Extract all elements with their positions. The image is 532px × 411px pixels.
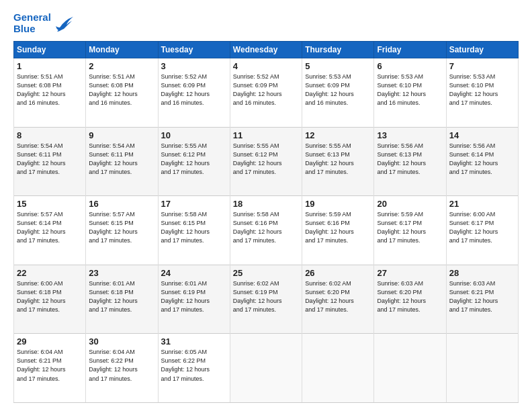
calendar-cell: 6Sunrise: 5:53 AM Sunset: 6:10 PM Daylig… bbox=[374, 58, 446, 128]
day-info: Sunrise: 6:01 AM Sunset: 6:18 PM Dayligh… bbox=[89, 279, 154, 314]
day-number: 27 bbox=[377, 268, 443, 278]
day-info: Sunrise: 5:59 AM Sunset: 6:16 PM Dayligh… bbox=[305, 210, 371, 245]
calendar-cell bbox=[302, 334, 374, 403]
day-info: Sunrise: 5:56 AM Sunset: 6:14 PM Dayligh… bbox=[449, 142, 515, 177]
calendar-cell: 14Sunrise: 5:56 AM Sunset: 6:14 PM Dayli… bbox=[446, 127, 518, 196]
day-number: 31 bbox=[161, 336, 227, 347]
day-number: 8 bbox=[17, 130, 83, 140]
day-number: 14 bbox=[449, 130, 515, 140]
calendar-cell: 7Sunrise: 5:53 AM Sunset: 6:10 PM Daylig… bbox=[446, 58, 518, 128]
logo: General Blue bbox=[13, 12, 75, 34]
calendar-cell: 23Sunrise: 6:01 AM Sunset: 6:18 PM Dayli… bbox=[86, 265, 158, 334]
day-info: Sunrise: 5:51 AM Sunset: 6:08 PM Dayligh… bbox=[89, 73, 154, 107]
day-number: 30 bbox=[89, 336, 154, 347]
day-number: 23 bbox=[89, 268, 154, 278]
logo-text: General bbox=[13, 12, 51, 24]
weekday-header: Wednesday bbox=[230, 42, 302, 58]
day-number: 20 bbox=[377, 199, 443, 209]
calendar-cell: 30Sunrise: 6:04 AM Sunset: 6:22 PM Dayli… bbox=[86, 334, 158, 403]
calendar-cell: 11Sunrise: 5:55 AM Sunset: 6:12 PM Dayli… bbox=[230, 127, 302, 196]
calendar-cell bbox=[374, 334, 446, 403]
day-info: Sunrise: 5:57 AM Sunset: 6:15 PM Dayligh… bbox=[89, 210, 154, 245]
day-number: 25 bbox=[233, 268, 299, 278]
day-number: 1 bbox=[17, 61, 83, 71]
calendar-header-row: SundayMondayTuesdayWednesdayThursdayFrid… bbox=[14, 42, 519, 58]
day-info: Sunrise: 5:52 AM Sunset: 6:09 PM Dayligh… bbox=[233, 73, 299, 107]
calendar-week-row: 15Sunrise: 5:57 AM Sunset: 6:14 PM Dayli… bbox=[14, 196, 519, 265]
day-info: Sunrise: 5:55 AM Sunset: 6:12 PM Dayligh… bbox=[161, 142, 227, 177]
calendar-cell: 13Sunrise: 5:56 AM Sunset: 6:13 PM Dayli… bbox=[374, 127, 446, 196]
day-number: 26 bbox=[305, 268, 371, 278]
day-info: Sunrise: 6:00 AM Sunset: 6:17 PM Dayligh… bbox=[449, 210, 515, 245]
page: General Blue SundayMondayTuesdayWednesda… bbox=[0, 0, 532, 411]
day-number: 12 bbox=[305, 130, 371, 140]
calendar-cell: 26Sunrise: 6:02 AM Sunset: 6:20 PM Dayli… bbox=[302, 265, 374, 334]
day-number: 18 bbox=[233, 199, 299, 209]
calendar-cell: 19Sunrise: 5:59 AM Sunset: 6:16 PM Dayli… bbox=[302, 196, 374, 265]
day-number: 16 bbox=[89, 199, 154, 209]
day-info: Sunrise: 5:55 AM Sunset: 6:12 PM Dayligh… bbox=[233, 142, 299, 177]
day-number: 9 bbox=[89, 130, 154, 140]
day-number: 4 bbox=[233, 61, 299, 71]
day-info: Sunrise: 5:54 AM Sunset: 6:11 PM Dayligh… bbox=[17, 142, 83, 177]
day-info: Sunrise: 6:05 AM Sunset: 6:22 PM Dayligh… bbox=[161, 348, 227, 383]
weekday-header: Monday bbox=[86, 42, 158, 58]
calendar-cell: 8Sunrise: 5:54 AM Sunset: 6:11 PM Daylig… bbox=[14, 127, 86, 196]
day-number: 28 bbox=[449, 268, 515, 278]
calendar-cell: 22Sunrise: 6:00 AM Sunset: 6:18 PM Dayli… bbox=[14, 265, 86, 334]
day-info: Sunrise: 5:52 AM Sunset: 6:09 PM Dayligh… bbox=[161, 73, 227, 107]
logo-bird-icon bbox=[53, 14, 75, 33]
day-number: 5 bbox=[305, 61, 371, 71]
calendar-cell: 24Sunrise: 6:01 AM Sunset: 6:19 PM Dayli… bbox=[158, 265, 230, 334]
day-info: Sunrise: 5:57 AM Sunset: 6:14 PM Dayligh… bbox=[17, 210, 83, 245]
day-number: 7 bbox=[449, 61, 515, 71]
day-number: 19 bbox=[305, 199, 371, 209]
calendar-week-row: 22Sunrise: 6:00 AM Sunset: 6:18 PM Dayli… bbox=[14, 265, 519, 334]
day-info: Sunrise: 5:53 AM Sunset: 6:10 PM Dayligh… bbox=[449, 73, 515, 107]
calendar-week-row: 29Sunrise: 6:04 AM Sunset: 6:21 PM Dayli… bbox=[14, 334, 519, 403]
day-number: 22 bbox=[17, 268, 83, 278]
logo-text2: Blue bbox=[13, 24, 51, 35]
day-info: Sunrise: 5:56 AM Sunset: 6:13 PM Dayligh… bbox=[377, 142, 443, 177]
header: General Blue bbox=[13, 12, 519, 34]
day-number: 2 bbox=[89, 61, 154, 71]
day-info: Sunrise: 6:01 AM Sunset: 6:19 PM Dayligh… bbox=[161, 279, 227, 314]
day-number: 29 bbox=[17, 336, 83, 347]
calendar-cell: 4Sunrise: 5:52 AM Sunset: 6:09 PM Daylig… bbox=[230, 58, 302, 128]
day-info: Sunrise: 6:04 AM Sunset: 6:22 PM Dayligh… bbox=[89, 348, 154, 383]
day-number: 11 bbox=[233, 130, 299, 140]
weekday-header: Tuesday bbox=[158, 42, 230, 58]
day-number: 17 bbox=[161, 199, 227, 209]
weekday-header: Sunday bbox=[14, 42, 86, 58]
day-number: 3 bbox=[161, 61, 227, 71]
day-number: 21 bbox=[449, 199, 515, 209]
calendar-cell: 29Sunrise: 6:04 AM Sunset: 6:21 PM Dayli… bbox=[14, 334, 86, 403]
calendar-cell: 1Sunrise: 5:51 AM Sunset: 6:08 PM Daylig… bbox=[14, 58, 86, 128]
day-info: Sunrise: 5:58 AM Sunset: 6:16 PM Dayligh… bbox=[233, 210, 299, 245]
calendar-week-row: 8Sunrise: 5:54 AM Sunset: 6:11 PM Daylig… bbox=[14, 127, 519, 196]
calendar-cell bbox=[230, 334, 302, 403]
day-info: Sunrise: 6:02 AM Sunset: 6:20 PM Dayligh… bbox=[305, 279, 371, 314]
day-number: 13 bbox=[377, 130, 443, 140]
calendar-cell: 27Sunrise: 6:03 AM Sunset: 6:20 PM Dayli… bbox=[374, 265, 446, 334]
calendar-table: SundayMondayTuesdayWednesdayThursdayFrid… bbox=[13, 41, 519, 403]
weekday-header: Thursday bbox=[302, 42, 374, 58]
calendar-cell: 12Sunrise: 5:55 AM Sunset: 6:13 PM Dayli… bbox=[302, 127, 374, 196]
calendar-cell: 5Sunrise: 5:53 AM Sunset: 6:09 PM Daylig… bbox=[302, 58, 374, 128]
day-number: 24 bbox=[161, 268, 227, 278]
day-info: Sunrise: 6:04 AM Sunset: 6:21 PM Dayligh… bbox=[17, 348, 83, 383]
day-info: Sunrise: 6:03 AM Sunset: 6:21 PM Dayligh… bbox=[449, 279, 515, 314]
day-number: 10 bbox=[161, 130, 227, 140]
day-info: Sunrise: 5:59 AM Sunset: 6:17 PM Dayligh… bbox=[377, 210, 443, 245]
day-info: Sunrise: 5:51 AM Sunset: 6:08 PM Dayligh… bbox=[17, 73, 83, 107]
day-info: Sunrise: 5:58 AM Sunset: 6:15 PM Dayligh… bbox=[161, 210, 227, 245]
calendar-week-row: 1Sunrise: 5:51 AM Sunset: 6:08 PM Daylig… bbox=[14, 58, 519, 128]
calendar-cell: 18Sunrise: 5:58 AM Sunset: 6:16 PM Dayli… bbox=[230, 196, 302, 265]
calendar-cell: 15Sunrise: 5:57 AM Sunset: 6:14 PM Dayli… bbox=[14, 196, 86, 265]
calendar-cell: 31Sunrise: 6:05 AM Sunset: 6:22 PM Dayli… bbox=[158, 334, 230, 403]
day-info: Sunrise: 6:02 AM Sunset: 6:19 PM Dayligh… bbox=[233, 279, 299, 314]
calendar-cell: 3Sunrise: 5:52 AM Sunset: 6:09 PM Daylig… bbox=[158, 58, 230, 128]
calendar-cell: 25Sunrise: 6:02 AM Sunset: 6:19 PM Dayli… bbox=[230, 265, 302, 334]
weekday-header: Friday bbox=[374, 42, 446, 58]
calendar-cell: 17Sunrise: 5:58 AM Sunset: 6:15 PM Dayli… bbox=[158, 196, 230, 265]
